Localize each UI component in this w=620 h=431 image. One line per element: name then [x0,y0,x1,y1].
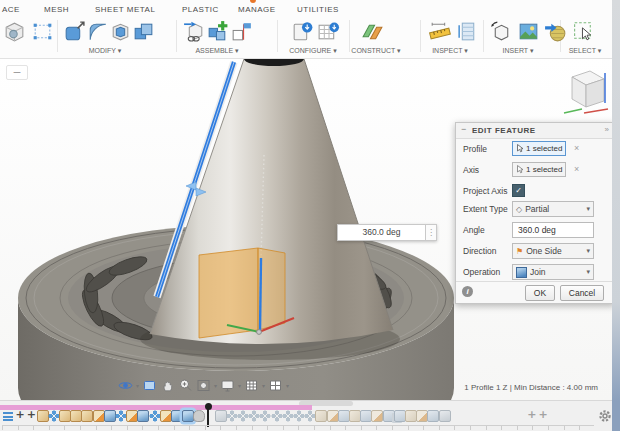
timeline-feature-pattern-icon[interactable] [149,410,161,422]
insert-group-label[interactable]: INSERT ▾ [494,47,542,55]
direction-dropdown[interactable]: ⚑ One Side ▾ [512,243,594,259]
create-form-icon[interactable] [2,19,27,44]
timeline-settings-gear-icon[interactable] [598,409,612,427]
timeline-feature-g-sketch-icon[interactable] [349,410,361,422]
timeline-feature-g-pattern-icon[interactable] [282,410,294,422]
timeline-feature-g-cube-icon[interactable] [439,410,451,422]
select-icon[interactable] [571,19,596,44]
edit-form-icon[interactable] [30,19,55,44]
view-cube[interactable] [560,63,612,119]
construction-plane-icon[interactable] [360,19,385,44]
timeline-feature-g-sketch-icon[interactable] [405,410,417,422]
collapse-icon[interactable]: − [461,124,466,134]
select-group-label[interactable]: SELECT ▾ [562,47,608,55]
grid-caret-icon[interactable]: ▾ [262,378,265,393]
timeline-feature-g-sketchedit-icon[interactable] [371,410,383,422]
timeline-feature-g-move-icon[interactable]: + [526,410,538,422]
fit-icon[interactable] [196,378,211,393]
angle-dimension-input[interactable]: 360.0 deg [337,224,426,241]
look-at-icon[interactable] [142,378,157,393]
timeline-feature-move-icon[interactable]: + [14,410,26,422]
timeline-feature-extrude-icon[interactable] [137,410,149,422]
axis-clear-icon[interactable]: × [574,164,579,174]
configure-group-label[interactable]: CONFIGURE ▾ [283,47,343,55]
configuration-doc-icon[interactable] [290,19,315,44]
timeline-feature-pattern-icon[interactable] [48,410,60,422]
profile-select-button[interactable]: 1 selected [512,141,566,156]
overflow-icon[interactable]: » [605,125,609,134]
timeline-feature-ground-icon[interactable] [3,412,13,421]
project-axis-checkbox[interactable]: ✓ [512,184,525,197]
viewports-icon[interactable] [268,378,283,393]
timeline-feature-g-sketchedit-icon[interactable] [327,410,339,422]
tab-manage[interactable]: MANAGE [238,5,276,14]
angle-input[interactable]: 360.0 deg [512,222,594,238]
origin-point[interactable] [257,330,262,335]
timeline-feature-pattern-icon[interactable] [115,410,127,422]
timeline-feature-sketch-icon[interactable] [70,410,82,422]
timeline-feature-g-pattern-icon[interactable] [237,410,249,422]
canvas-icon[interactable] [516,19,541,44]
tab-surface-clipped[interactable]: ACE [2,5,20,14]
timeline-feature-extrude-icon[interactable] [104,410,116,422]
timeline-feature-g-pattern-icon[interactable] [248,410,260,422]
timeline-feature-g-sketch-icon[interactable] [315,410,327,422]
timeline-feature-sketch-icon[interactable] [81,410,93,422]
profile-clear-icon[interactable]: × [574,143,579,153]
new-component-icon[interactable] [182,19,207,44]
timeline-feature-g-pattern-icon[interactable] [304,410,316,422]
sketch-profile-region[interactable] [199,248,285,338]
timeline-feature-g-pattern-icon[interactable] [259,410,271,422]
timeline-feature-sketchedit-icon[interactable] [160,410,172,422]
combine-icon[interactable] [131,19,156,44]
timeline-feature-form-icon[interactable] [193,410,205,422]
timeline-feature-g-extrude-icon[interactable] [427,410,439,422]
viewports-caret-icon[interactable]: ▾ [286,378,289,393]
timeline-feature-g-pattern-icon[interactable] [293,410,305,422]
timeline-feature-g-cube-icon[interactable] [215,410,227,422]
revolve-axis-line[interactable] [260,258,261,332]
section-analysis-icon[interactable] [455,19,480,44]
insert-mesh-icon[interactable] [489,19,514,44]
grid-snap-icon[interactable] [244,378,259,393]
joint-icon[interactable] [205,19,230,44]
timeline-feature-sketchedit-icon[interactable] [93,410,105,422]
browser-collapse-button[interactable]: — [6,65,28,80]
info-icon[interactable]: i [462,286,473,297]
operation-dropdown[interactable]: Join ▾ [512,264,594,280]
rigid-group-icon[interactable] [229,19,254,44]
timeline-feature-g-extrude-icon[interactable] [338,410,350,422]
orbit-icon[interactable] [118,378,133,393]
timeline-feature-g-sketchedit-icon[interactable] [416,410,428,422]
press-pull-icon[interactable] [62,19,87,44]
timeline-feature-g-move-icon[interactable]: + [537,410,549,422]
modify-group-label[interactable]: MODIFY ▾ [78,47,132,55]
decal-icon[interactable] [543,19,568,44]
axis-select-button[interactable]: 1 selected [512,162,566,177]
inspect-group-label[interactable]: INSPECT ▾ [425,47,475,55]
timeline-feature-g-combine-icon[interactable] [394,410,406,422]
timeline-feature-g-extrude-icon[interactable] [360,410,372,422]
tab-mesh[interactable]: MESH [44,5,69,14]
pan-icon[interactable] [160,378,175,393]
timeline-feature-move-icon[interactable]: + [25,410,37,422]
assemble-group-label[interactable]: ASSEMBLE ▾ [186,47,248,55]
ok-button[interactable]: OK [525,285,555,301]
timeline-feature-g-pattern-icon[interactable] [271,410,283,422]
configuration-table-icon[interactable] [316,19,341,44]
timeline-feature-sketch-icon[interactable] [59,410,71,422]
timeline-feature-g-pattern-icon[interactable] [226,410,238,422]
fit-caret-icon[interactable]: ▾ [214,378,217,393]
construct-group-label[interactable]: CONSTRUCT ▾ [345,47,407,55]
shell-icon[interactable] [108,19,133,44]
timeline-feature-sketch-icon[interactable] [37,410,49,422]
timeline-feature-g-extrude-icon[interactable] [383,410,395,422]
tab-sheet-metal[interactable]: SHEET METAL [95,5,155,14]
timeline-feature-extrude-icon[interactable] [171,410,183,422]
measure-icon[interactable] [428,19,453,44]
timeline-feature-sketchedit-icon[interactable] [126,410,138,422]
orbit-caret-icon[interactable]: ▾ [136,378,139,393]
zoom-icon[interactable] [178,378,193,393]
tab-utilities[interactable]: UTILITIES [297,5,339,14]
dialog-header[interactable]: − EDIT FEATURE » [456,123,614,139]
